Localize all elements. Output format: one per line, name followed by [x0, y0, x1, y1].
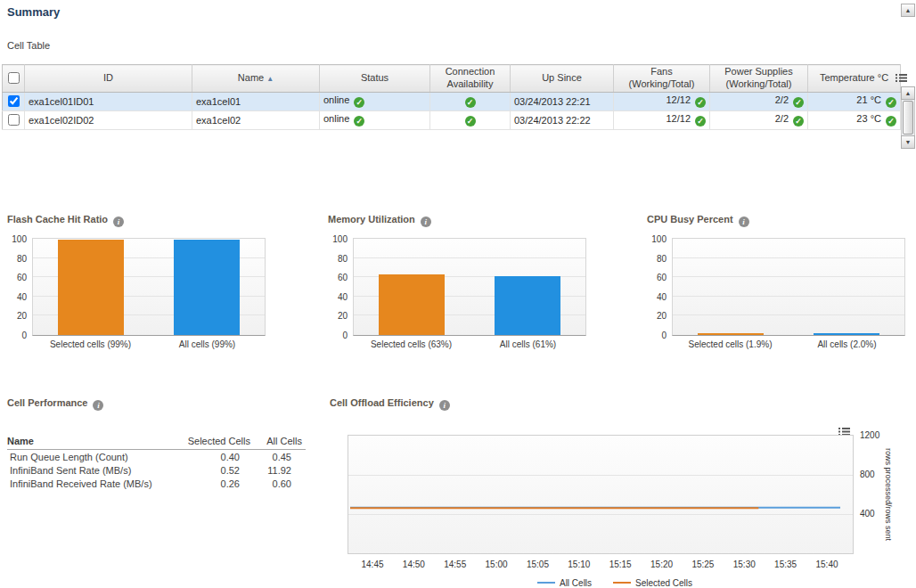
- y-tick-label: 400: [860, 509, 875, 519]
- temperature-ok-icon: ✓: [886, 116, 896, 127]
- legend-item: All Cells: [537, 578, 592, 588]
- info-icon[interactable]: i: [439, 400, 450, 411]
- cell-id: exa1cel02ID02: [25, 110, 192, 129]
- column-header-up-since[interactable]: Up Since: [511, 65, 614, 93]
- perf-row: InfiniBand Sent Rate (MB/s) 0.52 11.92: [7, 463, 306, 477]
- y-tick-label: 80: [657, 254, 667, 264]
- gridline: [673, 257, 904, 258]
- info-icon[interactable]: i: [93, 400, 103, 411]
- table-menu-icon[interactable]: [896, 70, 907, 86]
- row-select-checkbox[interactable]: [8, 95, 20, 107]
- scroll-down-button[interactable]: ▼: [901, 135, 915, 149]
- x-axis: 14:4514:5014:5515:0015:0515:1015:1515:20…: [348, 559, 854, 570]
- select-all-checkbox[interactable]: [8, 72, 20, 84]
- x-category-label: Selected cells (1.9%): [672, 339, 789, 349]
- memory-utilization-chart: Memory Utilizationi 020406080100 Selecte…: [328, 214, 595, 349]
- info-icon[interactable]: i: [739, 216, 749, 227]
- scroll-down-icon: ▼: [905, 139, 912, 145]
- y-axis: 020406080100: [647, 238, 672, 336]
- column-header-status[interactable]: Status: [320, 65, 430, 93]
- column-header-id[interactable]: ID: [25, 65, 192, 93]
- page-title: Summary: [7, 5, 60, 19]
- y-tick-label: 60: [338, 273, 348, 282]
- column-header-name[interactable]: Name▲: [192, 65, 320, 93]
- chart-plot-area: [32, 238, 266, 336]
- fans-ok-icon: ✓: [695, 97, 706, 108]
- gridline: [673, 276, 904, 277]
- table-row[interactable]: exa1cel01ID01 exa1cel01 online✓ ✓ 03/24/…: [3, 92, 901, 110]
- x-tick-label: 15:35: [774, 559, 797, 569]
- legend-line-swatch: [613, 582, 631, 584]
- column-header-temperature[interactable]: Temperature °C: [808, 65, 901, 93]
- chart-title: Cell Offload Efficiencyi: [330, 397, 900, 411]
- cell-up-since: 03/24/2013 22:22: [511, 110, 614, 129]
- chart-title: CPU Busy Percenti: [647, 214, 914, 227]
- summary-page: Summary ▲ Cell Table ID Name▲ Status Con…: [0, 0, 916, 588]
- column-header-connection-availability[interactable]: Connection Availability: [430, 65, 511, 93]
- chart-legend: All CellsSelected Cells: [330, 576, 900, 588]
- fans-ok-icon: ✓: [695, 116, 706, 127]
- y-tick-label: 800: [860, 470, 875, 479]
- cell-up-since: 03/24/2013 22:21: [511, 92, 614, 110]
- scroll-up-button[interactable]: ▲: [901, 86, 915, 100]
- info-icon[interactable]: i: [421, 216, 431, 227]
- gridline: [673, 314, 904, 315]
- chart-plot-area: [672, 238, 905, 336]
- flash-cache-hit-ratio-chart: Flash Cache Hit Ratioi 020406080100 Sele…: [7, 214, 274, 349]
- chart-bar: [58, 240, 124, 335]
- y-axis: 020406080100: [7, 238, 32, 336]
- connection-ok-icon: ✓: [465, 97, 476, 108]
- metric-name: InfiniBand Received Rate (MB/s): [7, 478, 183, 489]
- cell-performance-section: Cell Performancei Name Selected Cells Al…: [7, 397, 306, 490]
- y-tick-label: 100: [12, 234, 27, 244]
- legend-label: Selected Cells: [635, 578, 692, 588]
- y-axis-right: 4008001200: [857, 435, 882, 554]
- cell-status: online✓: [320, 110, 430, 129]
- x-category-label: Selected cells (99%): [32, 339, 149, 349]
- x-tick-label: 14:50: [403, 559, 425, 569]
- scroll-up-icon: ▲: [905, 90, 912, 96]
- chart-plot-area: [353, 238, 586, 336]
- page-scroll-up-button[interactable]: ▲: [901, 4, 915, 17]
- status-ok-icon: ✓: [354, 116, 364, 127]
- power-ok-icon: ✓: [793, 116, 804, 127]
- power-ok-icon: ✓: [793, 97, 804, 108]
- metric-name: InfiniBand Sent Rate (MB/s): [7, 465, 183, 476]
- column-header-fans[interactable]: Fans (Working/Total): [614, 65, 710, 93]
- cell-temperature: 21 °C✓: [808, 92, 901, 110]
- x-tick-label: 15:30: [733, 559, 756, 569]
- table-row[interactable]: exa1cel02ID02 exa1cel02 online✓ ✓ 03/24/…: [3, 110, 901, 129]
- cell-connection-availability: ✓: [430, 110, 511, 129]
- chart-bar: [379, 274, 445, 335]
- perf-col-selected: Selected Cells: [183, 436, 250, 446]
- cell-table-label: Cell Table: [7, 40, 50, 51]
- section-title: Cell Performancei: [7, 397, 306, 411]
- x-category-label: All cells (99%): [149, 339, 266, 349]
- table-scrollbar[interactable]: ▲ ▼: [901, 86, 915, 149]
- temperature-ok-icon: ✓: [886, 97, 896, 108]
- chart-bar: [698, 333, 764, 335]
- metric-selected-value: 0.40: [183, 452, 250, 462]
- y-tick-label: 60: [17, 273, 27, 282]
- metric-all-value: 0.45: [250, 452, 302, 462]
- chart-bar: [814, 333, 879, 335]
- chart-bar: [495, 276, 560, 335]
- cell-power-supplies: 2/2✓: [710, 110, 808, 129]
- scroll-up-icon: ▲: [905, 7, 912, 13]
- perf-col-all: All Cells: [250, 436, 302, 446]
- perf-col-name: Name: [7, 436, 183, 446]
- x-tick-label: 15:00: [486, 559, 508, 569]
- table-header-row: ID Name▲ Status Connection Availability …: [3, 65, 901, 93]
- scrollbar-thumb[interactable]: [903, 101, 913, 135]
- row-select-checkbox[interactable]: [8, 114, 20, 126]
- y-tick-label: 80: [338, 254, 348, 264]
- cell-id: exa1cel01ID01: [25, 92, 192, 110]
- scrollbar-track[interactable]: [901, 100, 915, 135]
- cell-name: exa1cel01: [192, 92, 320, 110]
- x-category-label: Selected cells (63%): [353, 339, 470, 349]
- info-icon[interactable]: i: [113, 216, 124, 227]
- x-tick-label: 15:40: [815, 559, 838, 569]
- column-header-power-supplies[interactable]: Power Supplies (Working/Total): [710, 65, 808, 93]
- cell-fans: 12/12✓: [614, 110, 710, 129]
- select-all-header[interactable]: [3, 65, 25, 93]
